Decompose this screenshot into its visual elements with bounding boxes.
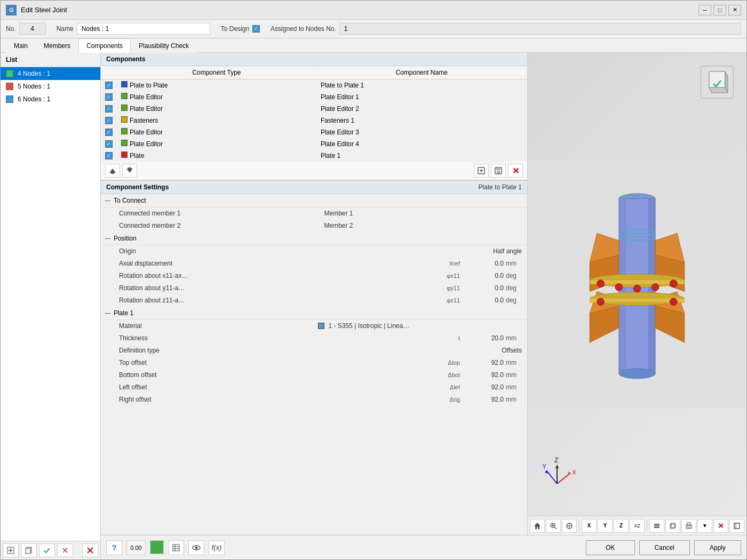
row-checkbox[interactable]: ✓	[105, 105, 113, 113]
tree-row: Bottom offset Δbot 92.0 mm	[101, 369, 527, 381]
tab-main[interactable]: Main	[6, 38, 36, 53]
table-row[interactable]: ✓ Plate Editor Plate Editor 2	[101, 103, 527, 115]
svg-text:Z: Z	[554, 457, 558, 464]
row-checkbox[interactable]: ✓	[105, 140, 113, 148]
table-row[interactable]: ✓ Fasteners Fasteners 1	[101, 115, 527, 126]
row-checkbox[interactable]: ✓	[105, 117, 113, 124]
maximize-button[interactable]: □	[713, 5, 726, 15]
delete-item-button[interactable]	[82, 543, 98, 557]
add-component-button[interactable]	[474, 164, 489, 178]
view-pan-button[interactable]	[562, 519, 577, 533]
window-title: Edit Steel Joint	[21, 6, 67, 14]
col-check	[101, 66, 117, 79]
svg-marker-11	[109, 169, 116, 173]
to-connect-header[interactable]: ─ To Connect	[101, 194, 527, 207]
green-box-button[interactable]	[150, 540, 164, 554]
table-row[interactable]: ✓ Plate to Plate Plate to Plate 1	[101, 79, 527, 91]
tab-components[interactable]: Components	[78, 38, 131, 53]
move-up-button[interactable]	[105, 164, 120, 178]
table-row[interactable]: ✓ Plate Editor Plate Editor 4	[101, 138, 527, 150]
formula-button[interactable]: f(x)	[209, 540, 225, 555]
view-dropdown-button[interactable]: ▼	[697, 519, 712, 533]
row-color-green	[121, 140, 128, 146]
svg-marker-53	[709, 87, 728, 93]
table-row[interactable]: ✓ Plate Editor Plate Editor 1	[101, 91, 527, 103]
3d-canvas[interactable]: X Y Z	[528, 53, 746, 516]
svg-point-26	[619, 369, 655, 379]
3d-view-panel: X Y Z	[528, 53, 746, 535]
row-checkbox[interactable]: ✓	[105, 82, 113, 89]
table-button[interactable]	[168, 540, 184, 555]
cancel-button[interactable]: Cancel	[639, 540, 690, 555]
uncheck-button[interactable]	[57, 543, 73, 557]
toggle-icon: ─	[105, 309, 110, 317]
save-component-button[interactable]	[491, 164, 506, 178]
table-row[interactable]: ✓ Plate Plate 1	[101, 150, 527, 162]
apply-button[interactable]: Apply	[694, 540, 741, 555]
row-color-blue	[121, 81, 128, 87]
view-expand-button[interactable]	[729, 519, 744, 533]
view-zoom-button[interactable]	[546, 519, 561, 533]
name-field-group: Name Nodes : 1	[57, 23, 210, 35]
close-button[interactable]: ✕	[728, 5, 741, 15]
svg-line-65	[554, 527, 557, 529]
list-item-label: 5 Nodes : 1	[18, 83, 50, 90]
delete-component-button[interactable]: ✕	[508, 164, 523, 178]
view-y-button[interactable]: Y	[598, 519, 613, 533]
view-print-button[interactable]	[681, 519, 696, 533]
assigned-nodes-input[interactable]: 1	[339, 23, 741, 35]
copy-item-button[interactable]	[21, 543, 37, 557]
minimize-button[interactable]: ─	[698, 5, 711, 15]
row-checkbox[interactable]: ✓	[105, 93, 113, 101]
svg-rect-73	[654, 527, 659, 528]
check-button[interactable]	[39, 543, 55, 557]
view-z-button[interactable]: Z	[614, 519, 629, 533]
position-label: Position	[114, 235, 137, 242]
svg-line-54	[557, 473, 570, 484]
view-home-button[interactable]	[530, 519, 545, 533]
svg-point-43	[670, 280, 678, 287]
view-x-button[interactable]: X	[582, 519, 597, 533]
svg-rect-75	[671, 523, 676, 527]
svg-point-86	[195, 546, 198, 549]
add-item-button[interactable]	[3, 543, 19, 557]
list-item[interactable]: 6 Nodes : 1	[1, 93, 100, 106]
to-design-checkbox[interactable]: ✓	[252, 25, 260, 33]
tree-row: Connected member 2 Member 2	[101, 220, 527, 232]
row-checkbox[interactable]: ✓	[105, 129, 113, 136]
svg-rect-81	[173, 545, 179, 551]
table-row[interactable]: ✓ Plate Editor Plate Editor 3	[101, 126, 527, 138]
3d-cube-navigator[interactable]	[698, 63, 736, 101]
toolbar-separator	[579, 521, 579, 531]
zero-button[interactable]: 0.00	[126, 540, 146, 555]
tree-row: Connected member 1 Member 1	[101, 207, 527, 220]
tab-members[interactable]: Members	[36, 38, 78, 53]
move-down-button[interactable]	[122, 164, 137, 178]
name-input[interactable]: Nodes : 1	[77, 23, 210, 35]
components-table: Component Type Component Name ✓ Plate to…	[101, 66, 527, 162]
tree-row: Left offset Δlef 92.0 mm	[101, 381, 527, 394]
row-checkbox[interactable]: ✓	[105, 152, 113, 159]
position-header[interactable]: ─ Position	[101, 232, 527, 245]
list-items-container: 4 Nodes : 1 5 Nodes : 1 6 Nodes : 1	[1, 67, 100, 541]
ok-button[interactable]: OK	[586, 540, 634, 555]
help-button[interactable]: ?	[106, 540, 122, 555]
list-item[interactable]: 5 Nodes : 1	[1, 80, 100, 93]
svg-rect-12	[111, 172, 114, 174]
eye-button[interactable]	[188, 540, 204, 555]
view-xz-button[interactable]: XZ	[630, 519, 645, 533]
right-panel: Components Component Type Component Name	[101, 53, 746, 559]
view-layer-button[interactable]	[649, 519, 664, 533]
main-window: ⚙ Edit Steel Joint ─ □ ✕ No. 4 Name Node…	[0, 0, 747, 560]
view-close-button[interactable]: ✕	[713, 519, 728, 533]
view-3d-box-button[interactable]	[665, 519, 680, 533]
svg-rect-20	[497, 171, 500, 173]
tree-row: Origin Half angle	[101, 245, 527, 258]
list-item[interactable]: 4 Nodes : 1	[1, 67, 100, 80]
to-connect-label: To Connect	[114, 197, 146, 204]
main-content: List 4 Nodes : 1 5 Nodes : 1 6 Nodes : 1	[1, 53, 746, 559]
svg-text:⚙: ⚙	[9, 6, 14, 14]
plate1-header[interactable]: ─ Plate 1	[101, 307, 527, 320]
tab-plausibility-check[interactable]: Plausibility Check	[131, 38, 197, 53]
svg-rect-71	[654, 524, 659, 525]
